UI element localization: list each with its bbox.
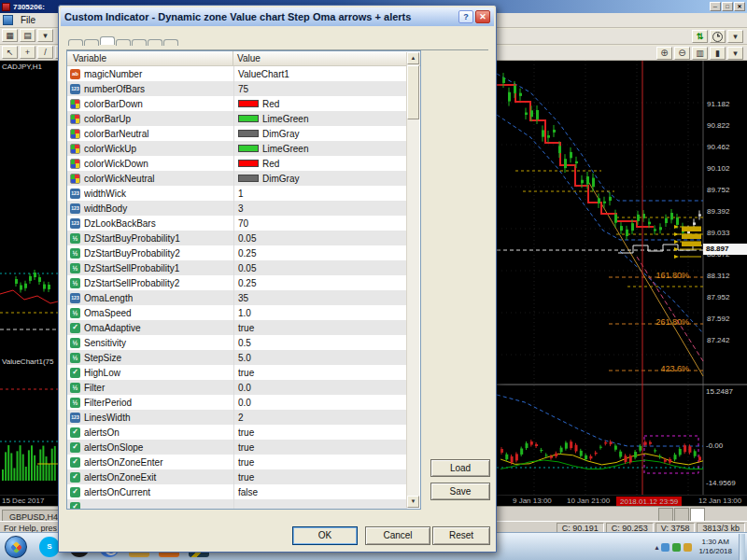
scroll-up-icon[interactable]: ▲ — [407, 52, 419, 64]
dialog-tab[interactable] — [163, 39, 178, 46]
param-value[interactable]: true — [233, 320, 407, 335]
input-row[interactable] — [67, 499, 407, 510]
param-value[interactable]: true — [233, 440, 407, 455]
period-dropdown-icon[interactable]: ▾ — [727, 30, 743, 43]
param-value[interactable]: 0.0 — [233, 380, 407, 395]
ok-button[interactable]: OK — [292, 526, 358, 545]
input-row[interactable]: magicNumber ValueChart1 — [67, 66, 407, 81]
candle-chart-icon[interactable]: ▮ — [710, 47, 726, 60]
param-value[interactable]: 0.0 — [233, 395, 407, 410]
param-value[interactable]: 0.25 — [233, 275, 407, 290]
input-row[interactable]: DzStartBuyProbability2 0.25 — [67, 245, 407, 260]
column-header-variable[interactable]: Variable — [67, 51, 233, 65]
scrollbar-thumb[interactable] — [407, 65, 419, 119]
input-row[interactable]: LinesWidth 2 — [67, 410, 407, 425]
param-value[interactable]: false — [233, 484, 407, 499]
dialog-tab[interactable] — [148, 39, 162, 46]
param-value[interactable]: Red — [233, 156, 407, 171]
chart-cadjpy-h1[interactable]: 91.18290.82290.46290.10289.75289.39289.0… — [497, 61, 747, 495]
input-row[interactable]: colorBarNeutral DimGray — [67, 126, 407, 141]
param-value[interactable]: true — [233, 425, 407, 440]
input-row[interactable]: OmaAdaptive true — [67, 320, 407, 335]
input-row[interactable]: DzStartSellProbability2 0.25 — [67, 275, 407, 290]
param-value[interactable]: DimGray — [233, 171, 407, 186]
reset-button[interactable]: Reset — [432, 526, 490, 545]
param-value[interactable]: true — [233, 469, 407, 484]
param-value[interactable]: true — [233, 365, 407, 380]
zoom-out-icon[interactable]: ⊖ — [674, 47, 690, 60]
input-row[interactable]: FilterPeriod 0.0 — [67, 395, 407, 410]
tray-app-icon[interactable] — [684, 543, 692, 552]
tray-app-icon[interactable] — [672, 543, 681, 552]
input-row[interactable]: numberOfBars 75 — [67, 81, 407, 96]
param-value[interactable]: 35 — [233, 290, 407, 305]
input-row[interactable]: DzStartBuyProbability1 0.05 — [67, 231, 407, 245]
load-button[interactable]: Load — [430, 459, 490, 477]
input-row[interactable]: alertsOn true — [67, 425, 407, 440]
input-row[interactable]: alertsOnCurrent false — [67, 484, 407, 499]
input-row[interactable]: OmaLength 35 — [67, 290, 407, 305]
maximize-icon[interactable] — [722, 2, 733, 11]
input-row[interactable]: DzStartSellProbability1 0.05 — [67, 260, 407, 275]
param-value[interactable]: LimeGreen — [233, 111, 407, 126]
dialog-tab[interactable] — [116, 39, 131, 46]
save-button[interactable]: Save — [430, 483, 490, 500]
param-value[interactable]: 1 — [233, 186, 407, 201]
column-header-value[interactable]: Value — [233, 51, 420, 65]
cancel-button[interactable]: Cancel — [365, 526, 430, 545]
tray-expand-icon[interactable]: ▴ — [655, 543, 658, 552]
scroll-down-icon[interactable]: ▼ — [407, 496, 419, 508]
dialog-tab[interactable] — [84, 39, 99, 46]
help-icon[interactable]: ? — [458, 10, 473, 23]
input-row[interactable]: DzLookBackBars 70 — [67, 216, 407, 231]
input-row[interactable]: OmaSpeed 1.0 — [67, 305, 407, 320]
input-row[interactable]: colorWickDown Red — [67, 156, 407, 171]
dialog-tab[interactable] — [132, 39, 147, 46]
close-icon[interactable] — [734, 2, 745, 11]
param-value[interactable]: 5.0 — [233, 350, 407, 365]
param-value[interactable]: 3 — [233, 201, 407, 216]
input-row[interactable]: Filter 0.0 — [67, 380, 407, 395]
skype-icon[interactable]: S — [39, 537, 60, 557]
menu-file[interactable]: File — [17, 15, 39, 25]
chart-tab[interactable] — [690, 508, 705, 521]
param-value[interactable]: ValueChart1 — [233, 66, 407, 81]
dialog-tab[interactable] — [100, 36, 115, 45]
dialog-titlebar[interactable]: Custom Indicator - Dynamic zone Value ch… — [61, 7, 494, 26]
input-row[interactable]: colorBarUp LimeGreen — [67, 111, 407, 126]
new-chart-icon[interactable]: ▦ — [2, 29, 18, 42]
tray-app-icon[interactable] — [661, 543, 669, 552]
zoom-in-icon[interactable]: ⊕ — [656, 47, 672, 60]
cursor-icon[interactable]: ↖ — [2, 46, 18, 59]
param-value[interactable]: DimGray — [233, 126, 407, 141]
chart-tab[interactable] — [674, 508, 689, 521]
input-row[interactable]: HighLow true — [67, 365, 407, 380]
input-row[interactable]: widthBody 3 — [67, 201, 407, 216]
param-value[interactable]: true — [233, 455, 407, 469]
show-desktop-button[interactable] — [739, 534, 745, 560]
param-value[interactable]: 1.0 — [233, 305, 407, 320]
param-value[interactable]: Red — [233, 96, 407, 111]
trendline-icon[interactable]: / — [37, 46, 53, 59]
dialog-tab[interactable] — [68, 39, 83, 46]
param-value[interactable]: 70 — [233, 216, 407, 231]
input-row[interactable]: colorWickUp LimeGreen — [67, 141, 407, 156]
param-value[interactable] — [233, 499, 407, 510]
param-value[interactable]: 0.5 — [233, 335, 407, 350]
start-button[interactable] — [5, 536, 27, 558]
input-row[interactable]: colorWickNeutral DimGray — [67, 171, 407, 186]
chart-left-strip[interactable]: CADJPY,H1 ValueChart1(75 — [0, 61, 58, 495]
taskbar-clock[interactable]: 1:30 AM 1/16/2018 — [695, 538, 736, 556]
input-row[interactable]: StepSize 5.0 — [67, 350, 407, 365]
bar-chart-icon[interactable]: ▥ — [692, 47, 708, 60]
input-row[interactable]: colorBarDown Red — [67, 96, 407, 111]
input-row[interactable]: Sensitivity 0.5 — [67, 335, 407, 350]
table-scrollbar[interactable]: ▲ ▼ — [406, 52, 419, 508]
input-row[interactable]: alertsOnZoneEnter true — [67, 455, 407, 469]
input-row[interactable]: alertsOnZoneExit true — [67, 469, 407, 484]
input-row[interactable]: widthWick 1 — [67, 186, 407, 201]
param-value[interactable]: 0.05 — [233, 231, 407, 245]
profiles-icon[interactable]: ▤ — [20, 29, 35, 42]
chart-tab[interactable] — [658, 508, 673, 521]
param-value[interactable]: 75 — [233, 81, 407, 96]
